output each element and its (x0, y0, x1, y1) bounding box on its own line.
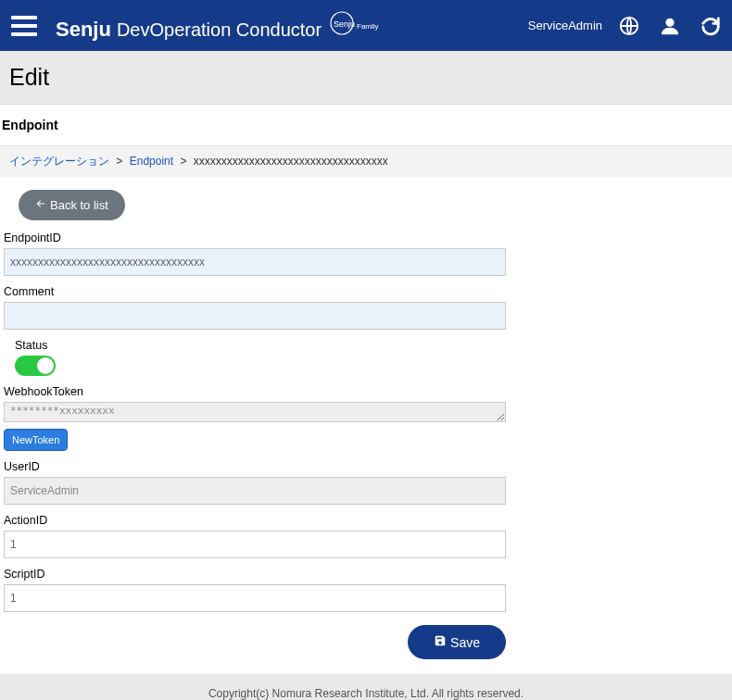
breadcrumb-current: xxxxxxxxxxxxxxxxxxxxxxxxxxxxxxxxxxx (194, 155, 388, 168)
page-title-bar: Edit (0, 51, 732, 105)
status-label: Status (15, 339, 728, 352)
content: Back to list EndpointID Comment Status W… (0, 177, 732, 674)
back-label: Back to list (50, 198, 108, 212)
page-title: Edit (9, 64, 723, 91)
endpointid-input[interactable] (4, 248, 506, 276)
svg-text:Senju: Senju (334, 19, 355, 29)
panel-heading: Endpoint (0, 105, 732, 146)
scriptid-label: ScriptID (4, 568, 728, 581)
actionid-label: ActionID (4, 514, 728, 527)
save-button[interactable]: Save (408, 625, 506, 659)
save-label: Save (450, 635, 480, 650)
endpointid-label: EndpointID (4, 231, 728, 244)
refresh-icon[interactable] (700, 16, 721, 36)
svg-text:Family: Family (357, 22, 379, 31)
breadcrumb-integration[interactable]: インテグレーション (9, 155, 109, 168)
header-user-label: ServiceAdmin (528, 19, 602, 32)
brand-family-logo: Senju Family (329, 10, 385, 36)
userid-label: UserID (4, 460, 728, 473)
save-icon (434, 634, 447, 650)
webhooktoken-input[interactable] (4, 402, 506, 422)
svg-point-4 (665, 18, 674, 26)
brand-sub: DevOperation Conductor (117, 19, 322, 41)
breadcrumb-sep: > (180, 155, 186, 168)
globe-icon[interactable] (619, 16, 639, 36)
brand-main: Senju (56, 18, 111, 42)
breadcrumb: インテグレーション > Endpoint > xxxxxxxxxxxxxxxxx… (0, 146, 732, 177)
back-to-list-button[interactable]: Back to list (19, 190, 125, 220)
userid-input[interactable] (4, 477, 506, 505)
menu-icon[interactable] (11, 16, 37, 36)
comment-label: Comment (4, 285, 728, 298)
footer: Copyright(c) Nomura Research Institute, … (0, 674, 732, 700)
user-icon[interactable] (660, 16, 680, 36)
breadcrumb-endpoint[interactable]: Endpoint (130, 155, 173, 168)
new-token-button[interactable]: NewToken (4, 429, 68, 451)
breadcrumb-sep: > (116, 155, 122, 168)
scriptid-input[interactable] (4, 584, 506, 612)
status-toggle[interactable] (15, 356, 56, 376)
brand: Senju DevOperation Conductor Senju Famil… (56, 10, 528, 42)
webhooktoken-label: WebhookToken (4, 385, 728, 398)
top-bar: Senju DevOperation Conductor Senju Famil… (0, 0, 732, 51)
copyright: Copyright(c) Nomura Research Institute, … (208, 687, 524, 700)
actionid-input[interactable] (4, 531, 506, 558)
arrow-left-icon (35, 198, 46, 212)
comment-input[interactable] (4, 302, 506, 330)
